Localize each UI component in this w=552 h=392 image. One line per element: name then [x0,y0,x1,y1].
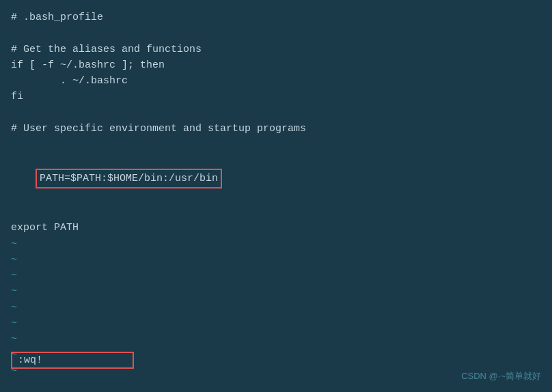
watermark: CSDN @·~简单就好 [461,370,541,382]
line-1: # .bash_profile [11,10,541,25]
tilde-2: ~ [11,252,541,268]
line-7 [11,105,541,121]
command-line-area: :wq! [0,349,552,372]
line-4: if [ -f ~/.bashrc ]; then [11,57,541,73]
path-highlighted: PATH=$PATH:$HOME/bin:/usr/bin [36,169,222,188]
line-12: export PATH [11,220,541,236]
editor-container: # .bash_profile # Get the aliases and fu… [0,0,552,392]
line-5: . ~/.bashrc [11,73,541,89]
tilde-5: ~ [11,300,541,316]
line-6: fi [11,89,541,104]
line-3: # Get the aliases and functions [11,42,541,57]
tilde-4: ~ [11,283,541,299]
tilde-1: ~ [11,236,541,252]
line-8: # User specific environment and startup … [11,121,541,137]
tilde-6: ~ [11,316,541,331]
line-10: PATH=$PATH:$HOME/bin:/usr/bin [11,152,541,204]
tilde-7: ~ [11,331,541,347]
line-2 [11,25,541,41]
vim-command-box[interactable]: :wq! [11,352,134,369]
line-11 [11,204,541,220]
line-9 [11,137,541,152]
tilde-3: ~ [11,268,541,283]
